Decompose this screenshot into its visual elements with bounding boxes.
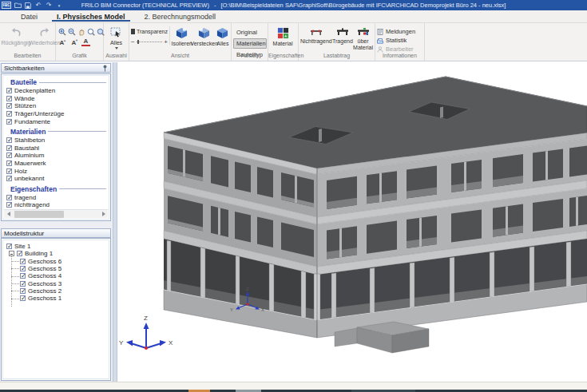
zoom-in-button[interactable] bbox=[58, 27, 66, 36]
horizontal-scrollbar[interactable] bbox=[4, 209, 108, 218]
checkbox-icon bbox=[6, 88, 12, 93]
select-all-button[interactable]: Alles bbox=[105, 25, 127, 49]
model-viewport-3d[interactable]: Z Y X Z Y X bbox=[117, 62, 587, 382]
slider-minus[interactable]: − bbox=[131, 38, 135, 46]
tab-datei[interactable]: Datei bbox=[11, 10, 47, 22]
tree-node-label: Geschoss 5 bbox=[28, 265, 61, 272]
checkbox-icon bbox=[6, 168, 12, 174]
colors-original-button[interactable]: Original bbox=[233, 27, 267, 38]
undo-ribbon-button[interactable]: Rückgängig bbox=[2, 25, 30, 46]
hide-button[interactable]: Verstecken bbox=[192, 25, 216, 47]
sidebar: Sichtbarkeiten Bauteile Deckenplatten Wä… bbox=[0, 62, 113, 382]
checkbox-icon bbox=[6, 195, 12, 200]
checkbox-icon bbox=[17, 251, 22, 256]
section-heading: Materialien bbox=[10, 128, 46, 136]
scrollbar-track[interactable] bbox=[13, 211, 99, 218]
slider-track[interactable] bbox=[137, 40, 163, 44]
slider-plus[interactable]: + bbox=[164, 38, 168, 46]
visibility-checkbox-unbekannt[interactable]: unbekannt bbox=[3, 175, 109, 183]
tree-collapse-toggle[interactable] bbox=[9, 251, 14, 256]
cube-isolate-icon bbox=[176, 27, 188, 39]
show-all-label: Alles bbox=[216, 41, 228, 47]
zoom-in-icon bbox=[58, 28, 66, 36]
tab-physisches-model[interactable]: I. Physisches Model bbox=[47, 10, 135, 22]
model-tree: Site 1 Building 1 Geschoss 6 Geschoss 5 … bbox=[3, 240, 109, 302]
bearbeiter-button[interactable]: Bearbeiter bbox=[377, 46, 422, 53]
statistics-icon bbox=[377, 38, 383, 44]
tab-berechnungsmodell[interactable]: 2. Berechnungsmodell bbox=[135, 10, 226, 22]
visibility-checkbox-baustahl[interactable]: Baustahl bbox=[3, 145, 109, 152]
colors-materialien-button[interactable]: Materialien bbox=[233, 38, 267, 49]
pin-icon[interactable] bbox=[102, 65, 108, 72]
tree-node-geschoss-1[interactable]: Geschoss 1 bbox=[3, 295, 109, 302]
slider-thumb[interactable] bbox=[137, 40, 139, 44]
tree-node-geschoss-4[interactable]: Geschoss 4 bbox=[3, 272, 109, 279]
tree-node-geschoss-3[interactable]: Geschoss 3 bbox=[3, 279, 109, 287]
hide-label: Verstecken bbox=[190, 41, 218, 47]
scroll-right-button[interactable] bbox=[99, 210, 108, 219]
zoom-window-button[interactable] bbox=[86, 27, 95, 36]
meldungen-button[interactable]: Meldungen bbox=[377, 28, 422, 35]
transparency-slider[interactable]: − + bbox=[131, 38, 168, 46]
visibility-panel: Bauteile Deckenplatten Wände Stützen Trä… bbox=[1, 73, 111, 221]
visibility-checkbox-deckenplatten[interactable]: Deckenplatten bbox=[3, 87, 109, 95]
group-label-ansicht: Ansicht bbox=[129, 53, 231, 61]
tree-node-geschoss-2[interactable]: Geschoss 2 bbox=[3, 287, 109, 295]
view-axis-triad: Z Y X bbox=[119, 315, 173, 350]
redo-ribbon-button[interactable]: Wiederholen bbox=[30, 25, 59, 46]
tree-node-site[interactable]: Site 1 bbox=[3, 243, 109, 250]
group-label-lastabtrag: Lastabtrag bbox=[299, 53, 375, 61]
pan-button[interactable] bbox=[77, 27, 85, 36]
tree-node-label: Geschoss 1 bbox=[28, 295, 61, 302]
section-eigenschaften: Eigenschaften bbox=[3, 184, 109, 194]
window-title-app: FRILO BIM Connector (TECHNICAL PREVIEW) bbox=[81, 2, 209, 9]
visibility-checkbox-aluminium[interactable]: Aluminium bbox=[3, 152, 109, 160]
axis-y-label: Y bbox=[119, 339, 124, 346]
transparency-control: Transparenz − + bbox=[131, 25, 168, 46]
tree-node-geschoss-6[interactable]: Geschoss 6 bbox=[3, 258, 109, 265]
group-label-farben: Farben bbox=[232, 53, 268, 61]
tragend-button[interactable]: Tragend bbox=[332, 25, 353, 45]
visibility-checkbox-fundamente[interactable]: Fundamente bbox=[3, 117, 109, 125]
visibility-checkbox-holz[interactable]: Holz bbox=[3, 167, 109, 175]
scroll-left-button[interactable] bbox=[4, 210, 13, 219]
font-decrease-button[interactable]: A▼ bbox=[69, 39, 78, 46]
font-color-button[interactable]: A bbox=[81, 38, 90, 46]
window-title-document: [O:\BIM\Beispieldateien SAF\GraphiSoft\B… bbox=[220, 2, 506, 9]
axis-y-label: Y bbox=[230, 307, 233, 312]
ribbon-group-eigenschaften: Material Eigenschaften bbox=[268, 23, 299, 61]
visibility-checkbox-tragend[interactable]: tragend bbox=[3, 194, 109, 202]
group-subdivider bbox=[169, 26, 170, 45]
ueber-material-button[interactable]: über Material bbox=[353, 25, 373, 51]
visibility-checkbox-stuetzen[interactable]: Stützen bbox=[3, 102, 109, 110]
visibility-checkbox-mauerwerk[interactable]: Mauerwerk bbox=[3, 160, 109, 168]
nichttragend-label: Nichttragend bbox=[300, 38, 332, 45]
tree-node-building[interactable]: Building 1 bbox=[3, 250, 109, 257]
zoom-out-button[interactable] bbox=[67, 27, 76, 36]
show-all-button[interactable]: Alles bbox=[216, 25, 229, 47]
checkbox-icon bbox=[6, 160, 12, 166]
transparency-label: Transparenz bbox=[137, 29, 168, 34]
ribbon: Rückgängig Wiederholen Bearbeiten A▲ A▼ … bbox=[0, 23, 587, 61]
statistik-button[interactable]: Statistik bbox=[377, 37, 422, 44]
material-label: Material bbox=[273, 41, 293, 47]
scrollbar-thumb[interactable] bbox=[14, 211, 64, 218]
visibility-checkbox-waende[interactable]: Wände bbox=[3, 95, 109, 103]
section-materialien: Materialien bbox=[3, 127, 109, 137]
group-label-eigenschaften: Eigenschaften bbox=[268, 53, 298, 61]
group-label-bearbeiten: Bearbeiten bbox=[0, 53, 55, 61]
select-all-dropdown-caret bbox=[115, 47, 118, 49]
nichttragend-button[interactable]: Nichttragend bbox=[300, 25, 332, 45]
material-properties-button[interactable]: Material bbox=[270, 25, 295, 47]
tree-node-geschoss-5[interactable]: Geschoss 5 bbox=[3, 265, 109, 272]
visibility-checkbox-traeger[interactable]: Träger/Unterzüge bbox=[3, 110, 109, 118]
section-heading: Bauteile bbox=[10, 78, 37, 86]
model-structure-panel-header: Modellstruktur bbox=[1, 228, 111, 238]
section-heading: Eigenschaften bbox=[10, 185, 57, 193]
visibility-panel-header: Sichtbarkeiten bbox=[1, 63, 111, 73]
isolate-button[interactable]: Isolieren bbox=[172, 25, 192, 47]
font-increase-button[interactable]: A▲ bbox=[58, 39, 66, 46]
checkbox-icon bbox=[20, 288, 26, 294]
visibility-checkbox-stahlbeton[interactable]: Stahlbeton bbox=[3, 137, 109, 145]
visibility-checkbox-nichttragend[interactable]: nichttragend bbox=[3, 201, 109, 209]
